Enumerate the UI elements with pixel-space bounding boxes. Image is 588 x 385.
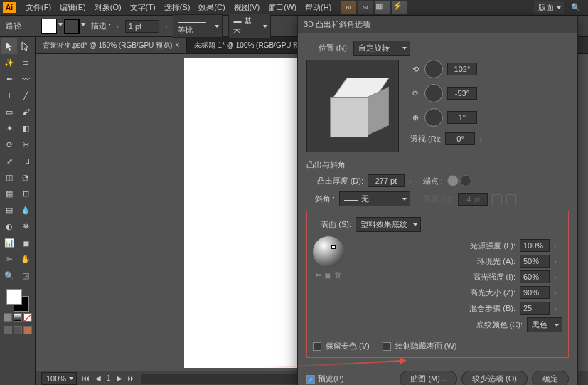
none-mode-btn[interactable] — [23, 313, 32, 322]
menu-view[interactable]: 视图(V) — [230, 2, 264, 13]
pen-tool[interactable]: ✒ — [1, 71, 17, 87]
bridge-icon[interactable]: Br — [341, 1, 356, 14]
light-point[interactable] — [331, 245, 336, 249]
cap-on-btn[interactable] — [447, 175, 459, 186]
bevel-dropdown[interactable]: 无 — [339, 191, 410, 206]
arrow-icon[interactable]: › — [554, 288, 562, 297]
eraser-tool[interactable]: ◧ — [18, 120, 33, 136]
zoom-tool[interactable]: 🔍 — [1, 268, 17, 283]
tab-background-psd[interactable]: 背景渐变.psd* @ 150% (RGB/GPU 预览)× — [36, 37, 187, 53]
scale-tool[interactable]: ⤢ — [1, 153, 17, 169]
cap-off-btn[interactable] — [460, 175, 471, 186]
close-icon[interactable]: × — [175, 41, 179, 49]
symbol-sprayer-tool[interactable]: ❋ — [18, 218, 33, 234]
depth-input[interactable] — [368, 174, 405, 187]
shaper-tool[interactable]: ✦ — [1, 120, 17, 136]
position-dropdown[interactable]: 自定旋转 — [353, 41, 410, 56]
mesh-tool[interactable]: ⊞ — [18, 186, 33, 201]
fewer-options-button[interactable]: 较少选项 (O) — [461, 371, 528, 385]
gradient-mode-btn[interactable] — [14, 313, 22, 322]
hand-tool[interactable]: ✋ — [18, 251, 33, 267]
rotate-z-input[interactable] — [447, 111, 477, 124]
rotate-x-dial[interactable] — [424, 60, 443, 78]
lasso-tool[interactable]: ⊃ — [18, 55, 33, 70]
artboard-tool[interactable]: ▣ — [18, 235, 33, 250]
draw-behind-btn[interactable] — [14, 326, 22, 334]
shading-color-dropdown[interactable]: 黑色 — [527, 317, 562, 332]
rotate-tool[interactable]: ⟳ — [1, 137, 17, 152]
arrow-icon[interactable]: › — [554, 273, 562, 281]
stroke-decrease-icon[interactable]: ‹ — [117, 22, 119, 31]
fill-swatch[interactable] — [41, 19, 57, 34]
stroke-weight-input[interactable] — [125, 20, 159, 33]
draw-normal-btn[interactable] — [4, 326, 12, 334]
map-art-button[interactable]: 贴图 (M)... — [400, 371, 457, 385]
delete-light-icon[interactable]: 🗑 — [334, 270, 342, 280]
nav-last-icon[interactable]: ⏭ — [128, 374, 135, 382]
workspace-dropdown[interactable]: 版面 — [534, 1, 564, 14]
perspective-input[interactable] — [445, 132, 475, 145]
menu-file[interactable]: 文件(F) — [21, 2, 55, 13]
brush-tool[interactable]: 🖌 — [18, 104, 33, 120]
stroke-swatch[interactable] — [64, 19, 80, 34]
color-mode-btn[interactable] — [4, 313, 12, 322]
blend-tool[interactable]: ◐ — [1, 218, 17, 234]
rotate-y-input[interactable] — [447, 87, 477, 100]
magic-wand-tool[interactable]: ✨ — [1, 55, 17, 70]
ambient-input[interactable] — [520, 255, 550, 268]
gradient-tool[interactable]: ▤ — [1, 202, 17, 218]
nav-first-icon[interactable]: ⏮ — [82, 374, 90, 382]
direct-selection-tool[interactable] — [18, 38, 33, 54]
rotate-x-input[interactable] — [447, 63, 477, 75]
arrow-icon[interactable]: › — [554, 304, 562, 312]
menu-edit[interactable]: 编辑(E) — [55, 2, 90, 13]
highlight-intensity-input[interactable] — [520, 270, 550, 283]
eyedropper-tool[interactable]: 💧 — [18, 202, 33, 218]
print-tiling-tool[interactable]: ◲ — [18, 268, 33, 283]
rotate-y-dial[interactable] — [424, 84, 443, 102]
tab-untitled[interactable]: 未标题-1* @ 100% (RGB/GPU 预× — [187, 37, 315, 53]
gpu-icon[interactable]: ⚡ — [392, 1, 407, 14]
nav-next-icon[interactable]: ▶ — [117, 374, 122, 382]
stroke-increase-icon[interactable]: › — [165, 22, 168, 31]
shape-builder-tool[interactable]: ◔ — [18, 169, 33, 185]
menu-type[interactable]: 文字(T) — [126, 2, 160, 13]
free-transform-tool[interactable]: ◫ — [1, 169, 17, 185]
menu-object[interactable]: 对象(O) — [90, 2, 126, 13]
nav-prev-icon[interactable]: ◀ — [95, 374, 101, 382]
preview-checkbox[interactable]: ✓ — [306, 375, 315, 384]
rotation-preview[interactable] — [306, 60, 399, 152]
rectangle-tool[interactable]: ▭ — [1, 104, 17, 120]
width-tool[interactable]: ⫎ — [18, 153, 33, 169]
light-intensity-input[interactable] — [520, 239, 550, 252]
menu-window[interactable]: 窗口(W) — [264, 2, 301, 13]
menu-select[interactable]: 选择(S) — [160, 2, 195, 13]
surface-dropdown[interactable]: 塑料效果底纹 — [356, 217, 421, 232]
column-graph-tool[interactable]: 📊 — [1, 235, 17, 250]
perspective-arrow-icon[interactable]: › — [479, 135, 482, 143]
light-sphere[interactable] — [313, 236, 344, 268]
menu-effect[interactable]: 效果(C) — [194, 2, 229, 13]
arrange-icon[interactable]: ▦ — [375, 1, 390, 14]
line-tool[interactable]: ╱ — [18, 88, 33, 103]
search-icon[interactable]: 🔍 — [567, 3, 585, 12]
light-back-icon[interactable]: ⬅ — [315, 270, 321, 280]
stock-icon[interactable]: St — [358, 1, 373, 14]
draw-inside-btn[interactable] — [23, 326, 32, 334]
draw-hidden-checkbox[interactable] — [383, 342, 391, 351]
arrow-icon[interactable]: › — [554, 257, 562, 265]
scissors-tool[interactable]: ✂ — [18, 137, 33, 152]
rotate-z-dial[interactable] — [424, 108, 443, 127]
arrow-icon[interactable]: › — [554, 241, 562, 250]
depth-arrow-icon[interactable]: › — [409, 176, 412, 185]
preserve-spot-checkbox[interactable] — [313, 342, 321, 351]
highlight-size-input[interactable] — [520, 286, 550, 299]
curvature-tool[interactable]: 〰 — [18, 71, 33, 87]
ok-button[interactable]: 确定 — [532, 371, 569, 385]
selection-tool[interactable] — [1, 38, 17, 54]
fill-stroke-toggle[interactable] — [6, 289, 29, 312]
new-light-icon[interactable]: ▣ — [324, 270, 331, 280]
blend-steps-input[interactable] — [520, 302, 550, 315]
profile-dropdown[interactable]: 等比 — [173, 14, 223, 38]
zoom-dropdown[interactable]: 100% — [41, 372, 77, 385]
